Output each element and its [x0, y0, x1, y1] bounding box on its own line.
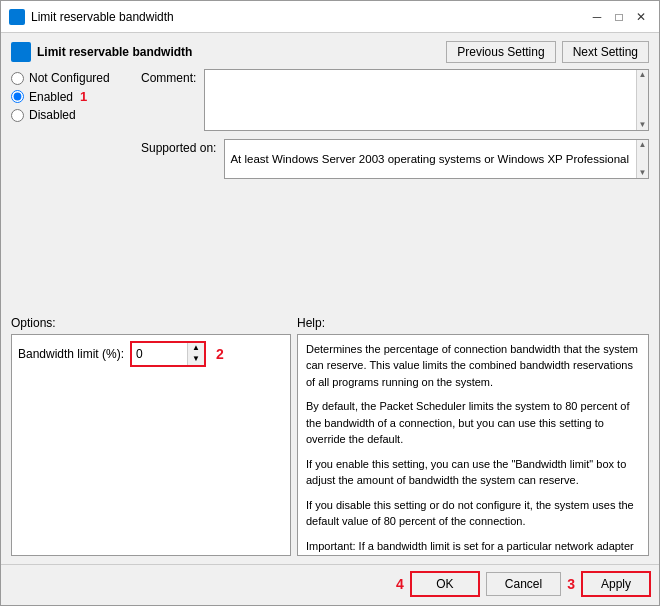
help-box: Determines the percentage of connection …	[297, 334, 649, 557]
cancel-button[interactable]: Cancel	[486, 572, 561, 596]
supported-wrapper: At least Windows Server 2003 operating s…	[224, 139, 649, 179]
help-para-1: Determines the percentage of connection …	[306, 341, 640, 391]
options-section: Options: Bandwidth limit (%): ▲ ▼ 2	[11, 316, 291, 557]
title-bar: Limit reservable bandwidth ─ □ ✕	[1, 1, 659, 33]
policy-title: Limit reservable bandwidth	[37, 45, 192, 59]
left-panel: Not Configured Enabled 1 Disabled	[11, 69, 141, 310]
spinner-down-button[interactable]: ▼	[188, 354, 204, 365]
annotation-4: 4	[396, 576, 404, 592]
next-setting-button[interactable]: Next Setting	[562, 41, 649, 63]
help-header: Help:	[297, 316, 649, 330]
annotation-1: 1	[80, 89, 87, 104]
annotation-2: 2	[216, 346, 224, 362]
apply-button[interactable]: Apply	[581, 571, 651, 597]
bottom-bar: 4 OK Cancel 3 Apply	[1, 564, 659, 605]
disabled-radio[interactable]	[11, 109, 24, 122]
not-configured-option[interactable]: Not Configured	[11, 71, 133, 85]
maximize-button[interactable]: □	[609, 7, 629, 27]
scroll-down-arrow[interactable]: ▼	[639, 121, 647, 129]
ok-button[interactable]: OK	[410, 571, 480, 597]
not-configured-radio[interactable]	[11, 72, 24, 85]
title-bar-controls: ─ □ ✕	[587, 7, 651, 27]
bandwidth-label: Bandwidth limit (%):	[18, 347, 124, 361]
disabled-label: Disabled	[29, 108, 76, 122]
bandwidth-input[interactable]	[132, 343, 187, 365]
scroll-up-arrow2[interactable]: ▲	[639, 141, 647, 149]
enabled-label: Enabled	[29, 90, 73, 104]
supported-section: Supported on: At least Windows Server 20…	[141, 139, 649, 179]
help-para-2: By default, the Packet Scheduler limits …	[306, 398, 640, 448]
content-area: Limit reservable bandwidth Previous Sett…	[1, 33, 659, 564]
window-icon	[9, 9, 25, 25]
title-bar-left: Limit reservable bandwidth	[9, 9, 174, 25]
options-help-row: Options: Bandwidth limit (%): ▲ ▼ 2	[11, 316, 649, 557]
supported-scrollbar: ▲ ▼	[636, 140, 648, 178]
disabled-option[interactable]: Disabled	[11, 108, 133, 122]
comment-textarea-wrapper: ▲ ▼	[204, 69, 649, 131]
close-button[interactable]: ✕	[631, 7, 651, 27]
top-bar-title: Limit reservable bandwidth	[11, 42, 192, 62]
minimize-button[interactable]: ─	[587, 7, 607, 27]
comment-section: Comment: ▲ ▼	[141, 69, 649, 131]
help-section: Help: Determines the percentage of conne…	[297, 316, 649, 557]
options-header: Options:	[11, 316, 291, 330]
comment-scrollbar: ▲ ▼	[636, 70, 648, 130]
scroll-up-arrow[interactable]: ▲	[639, 71, 647, 79]
bandwidth-spinner: ▲ ▼	[130, 341, 206, 367]
right-panel: Comment: ▲ ▼ Supported on: At least Wind…	[141, 69, 649, 310]
window-title: Limit reservable bandwidth	[31, 10, 174, 24]
help-para-5: Important: If a bandwidth limit is set f…	[306, 538, 640, 557]
scroll-down-arrow2[interactable]: ▼	[639, 169, 647, 177]
enabled-option[interactable]: Enabled 1	[11, 89, 133, 104]
prev-setting-button[interactable]: Previous Setting	[446, 41, 555, 63]
help-para-4: If you disable this setting or do not co…	[306, 497, 640, 530]
supported-label: Supported on:	[141, 139, 216, 155]
supported-value: At least Windows Server 2003 operating s…	[225, 140, 636, 178]
main-panel: Not Configured Enabled 1 Disabled	[11, 69, 649, 310]
radio-group: Not Configured Enabled 1 Disabled	[11, 71, 133, 122]
spinner-up-button[interactable]: ▲	[188, 343, 204, 354]
comment-textarea[interactable]	[205, 70, 636, 130]
nav-buttons: Previous Setting Next Setting	[446, 41, 649, 63]
policy-icon	[11, 42, 31, 62]
spinner-buttons: ▲ ▼	[187, 343, 204, 365]
options-box: Bandwidth limit (%): ▲ ▼ 2	[11, 334, 291, 557]
enabled-radio[interactable]	[11, 90, 24, 103]
bandwidth-row: Bandwidth limit (%): ▲ ▼ 2	[18, 341, 284, 367]
not-configured-label: Not Configured	[29, 71, 110, 85]
top-bar: Limit reservable bandwidth Previous Sett…	[11, 41, 649, 69]
main-window: Limit reservable bandwidth ─ □ ✕ Limit r…	[0, 0, 660, 606]
help-para-3: If you enable this setting, you can use …	[306, 456, 640, 489]
annotation-3: 3	[567, 576, 575, 592]
comment-label: Comment:	[141, 69, 196, 85]
